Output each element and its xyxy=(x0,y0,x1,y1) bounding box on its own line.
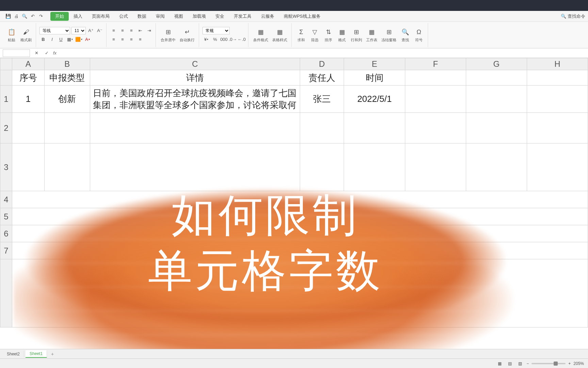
menu-tab-formula[interactable]: 公式 xyxy=(114,12,133,21)
name-box[interactable] xyxy=(3,49,30,57)
fx-confirm-icon[interactable]: ✓ xyxy=(43,49,50,57)
cell-A3[interactable] xyxy=(12,143,44,191)
format-painter-button[interactable]: 🖌 格式刷 xyxy=(19,27,33,43)
cell-row6[interactable] xyxy=(12,225,588,242)
zoom-plus-button[interactable]: + xyxy=(568,361,571,366)
view-normal-icon[interactable]: ▦ xyxy=(496,360,503,367)
col-header-A[interactable]: A xyxy=(12,58,44,70)
cell-C-header[interactable]: 详情 xyxy=(90,70,300,86)
col-header-H[interactable]: H xyxy=(527,58,588,70)
align-justify-icon[interactable]: ≡ xyxy=(136,36,144,43)
zoom-slider-thumb[interactable] xyxy=(554,362,558,366)
align-top-icon[interactable]: ≡ xyxy=(110,27,117,34)
row-header-2[interactable]: 2 xyxy=(0,113,12,143)
cell-empty[interactable] xyxy=(12,259,588,327)
menu-tab-developer[interactable]: 开发工具 xyxy=(229,12,256,21)
cell-A-header[interactable]: 序号 xyxy=(12,70,44,86)
cell-F3[interactable] xyxy=(405,143,466,191)
row-header-4[interactable]: 4 xyxy=(0,191,12,208)
zoom-slider[interactable] xyxy=(532,363,566,364)
row-header-5[interactable]: 5 xyxy=(0,208,12,225)
cell-B3[interactable] xyxy=(44,143,90,191)
align-center-icon[interactable]: ≡ xyxy=(119,36,126,43)
menu-tab-data[interactable]: 数据 xyxy=(133,12,151,21)
menu-tab-view[interactable]: 视图 xyxy=(169,12,188,21)
preview-icon[interactable]: 🔍 xyxy=(21,13,28,20)
table-format-button[interactable]: ▦ 表格样式 xyxy=(271,27,289,43)
cell-row7[interactable] xyxy=(12,242,588,259)
cell-D1[interactable]: 张三 xyxy=(300,86,344,113)
cell-E1[interactable]: 2022/5/1 xyxy=(344,86,405,113)
comma-button[interactable]: 000 xyxy=(220,36,228,43)
redo-icon[interactable]: ↷ xyxy=(37,13,44,20)
cell-G3[interactable] xyxy=(466,143,527,191)
border-button[interactable]: ▦ xyxy=(66,36,74,43)
font-size-select[interactable]: 11 xyxy=(71,27,86,34)
cell-A1[interactable]: 1 xyxy=(12,86,44,113)
zoom-text[interactable]: 205% xyxy=(573,361,584,366)
cell-E3[interactable] xyxy=(344,143,405,191)
row-header-3[interactable]: 3 xyxy=(0,143,12,191)
indent-decrease-icon[interactable]: ⇤ xyxy=(136,27,144,34)
indent-increase-icon[interactable]: ⇥ xyxy=(145,27,153,34)
decrease-decimal-icon[interactable]: ←.0 xyxy=(238,36,245,43)
cell-H3[interactable] xyxy=(527,143,588,191)
save-icon[interactable]: 💾 xyxy=(5,13,12,20)
view-break-icon[interactable]: ▧ xyxy=(516,360,524,367)
cell-G-header[interactable] xyxy=(466,70,527,86)
wrap-text-button[interactable]: ↵ 自动换行 xyxy=(178,27,196,43)
fill-color-button[interactable]: 🟧 xyxy=(75,36,82,43)
row-header-blank[interactable] xyxy=(0,70,12,86)
cell-D3[interactable] xyxy=(300,143,344,191)
font-name-select[interactable]: 等线 xyxy=(39,27,70,34)
cell-C1[interactable]: 日前，美国政府召开全球抗疫视频峰会，邀请了七国集团，非洲联盟等全球多个国家参加，… xyxy=(90,86,300,113)
cell-F2[interactable] xyxy=(405,113,466,143)
align-right-icon[interactable]: ≡ xyxy=(128,36,135,43)
underline-button[interactable]: U xyxy=(57,36,65,43)
col-header-E[interactable]: E xyxy=(344,58,405,70)
menu-tab-addin[interactable]: 加载项 xyxy=(188,12,211,21)
formula-input[interactable] xyxy=(59,49,585,57)
col-header-B[interactable]: B xyxy=(44,58,90,70)
cell-G1[interactable] xyxy=(466,86,527,113)
cell-B-header[interactable]: 申报类型 xyxy=(44,70,90,86)
cell-H-header[interactable] xyxy=(527,70,588,86)
cell-E-header[interactable]: 时间 xyxy=(344,70,405,86)
sort-button[interactable]: ⇅ 排序 xyxy=(322,27,334,43)
row-header-1[interactable]: 1 xyxy=(0,86,12,113)
conditional-format-button[interactable]: ▦ 条件格式 xyxy=(252,27,270,43)
zoom-minus-button[interactable]: − xyxy=(526,361,529,366)
col-header-D[interactable]: D xyxy=(300,58,344,70)
cell-D-header[interactable]: 责任人 xyxy=(300,70,344,86)
format-button[interactable]: ▦ 格式 xyxy=(336,27,348,43)
number-format-select[interactable]: 常规 xyxy=(202,27,230,34)
cell-E2[interactable] xyxy=(344,113,405,143)
menu-tab-layout[interactable]: 页面布局 xyxy=(87,12,114,21)
find-button[interactable]: 🔍 查找 xyxy=(399,27,411,43)
currency-button[interactable]: ¥ xyxy=(202,36,210,43)
row-header-empty[interactable] xyxy=(0,259,12,327)
paste-button[interactable]: 📋 粘贴 xyxy=(5,27,18,43)
fx-cancel-icon[interactable]: ✕ xyxy=(33,49,40,57)
align-bottom-icon[interactable]: ≡ xyxy=(128,27,135,34)
cell-G2[interactable] xyxy=(466,113,527,143)
sum-button[interactable]: Σ 求和 xyxy=(295,27,307,43)
align-middle-icon[interactable]: ≡ xyxy=(119,27,126,34)
menu-tab-insert[interactable]: 插入 xyxy=(69,12,87,21)
cell-F-header[interactable] xyxy=(405,70,466,86)
sheet-grid[interactable]: A B C D E F G H 序号 申报类型 详情 责任人 时间 1 1 创新… xyxy=(0,58,588,327)
col-header-F[interactable]: F xyxy=(405,58,466,70)
cell-H1[interactable] xyxy=(527,86,588,113)
bold-button[interactable]: B xyxy=(39,36,47,43)
fx-label[interactable]: fx xyxy=(53,50,56,56)
cell-B1[interactable]: 创新 xyxy=(44,86,90,113)
row-header-6[interactable]: 6 xyxy=(0,225,12,242)
symbol-button[interactable]: Ω 符号 xyxy=(413,27,425,43)
cell-C2[interactable] xyxy=(90,113,300,143)
cell-B2[interactable] xyxy=(44,113,90,143)
menu-tab-security[interactable]: 安全 xyxy=(211,12,229,21)
menu-tab-cloud[interactable]: 云服务 xyxy=(256,12,279,21)
print-icon[interactable]: 🖨 xyxy=(13,13,20,20)
cell-D2[interactable] xyxy=(300,113,344,143)
sheet-tab-sheet1[interactable]: Sheet1 xyxy=(26,350,47,358)
